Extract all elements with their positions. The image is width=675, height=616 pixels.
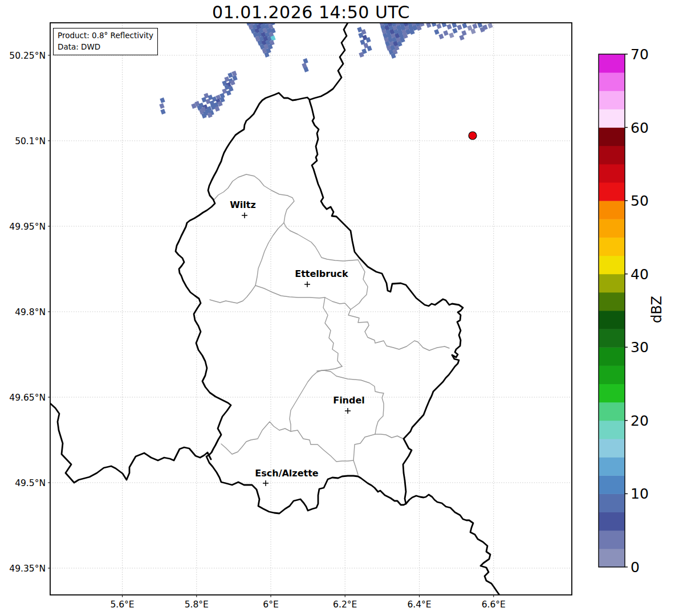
luxembourg-outline [176,93,463,513]
colorbar-tick-label: 60 [631,120,649,136]
colorbar-segment [599,329,625,348]
y-tick-label: 49.5°N [15,478,46,488]
city-marker-wiltz [242,213,247,218]
colorbar-segment [599,311,625,329]
data-source-line: Data: DWD [58,41,153,52]
radar-echo-cell [431,21,436,27]
france-belgium-border [50,403,211,483]
radar-echo-cell [446,24,452,30]
colorbar-segment [599,384,625,403]
colorbar-segment [599,164,625,183]
canton-border-line [353,460,358,475]
city-marker-ettelbruck [304,282,310,287]
colorbar-segment [599,219,625,238]
x-axis-labels: 5.6°E5.8°E6°E6.2°E6.4°E6.6°E [110,599,506,610]
colorbar-segment [599,182,625,201]
colorbar-segment [599,512,625,531]
colorbar-tick-label: 40 [631,266,649,283]
y-tick-label: 50.25°N [9,51,46,61]
city-marker-findel [345,408,351,414]
city-label: Wiltz [230,199,256,210]
belgium-germany-border [310,23,348,100]
y-tick-label: 49.35°N [9,564,46,574]
x-tick-label: 6.2°E [333,599,357,610]
colorbar-segment [599,91,625,109]
canton-border-line [255,285,449,350]
city-annotations: WiltzEttelbruckFindelEsch/Alzette [230,199,365,486]
colorbar-segment [599,256,625,275]
x-tick-label: 5.8°E [185,599,209,610]
colorbar-segment [599,531,625,549]
colorbar-segment [599,402,625,421]
radar-echo-cell [472,23,477,29]
colorbar-segment [599,439,625,458]
y-tick-label: 49.8°N [15,307,46,317]
colorbar-segment [599,146,625,165]
moselle-france-germany-border [406,495,499,595]
city-label: Ettelbruck [295,268,348,279]
canton-border-line [375,434,404,439]
city-label: Esch/Alzette [255,468,319,479]
y-tick-label: 50.1°N [15,136,46,146]
radar-site-marker [469,132,477,140]
city-marker-esch-alzette [263,480,269,486]
radar-echo-cell [457,25,462,30]
map-canvas: 5.6°E5.8°E6°E6.2°E6.4°E6.6°E50.25°N50.1°… [0,0,675,616]
radar-echo-cell [462,23,467,28]
colorbar-segment [599,72,625,91]
colorbar-segment [599,201,625,219]
radar-echoes [159,20,493,119]
radar-echo-cell [434,29,439,35]
canton-border-line [323,297,342,366]
colorbar-segment [599,493,625,512]
radar-echo-cell [160,109,165,115]
colorbar-tick-label: 50 [631,193,649,209]
colorbar-tick-label: 30 [631,339,649,356]
radar-echo-cell [461,30,466,36]
y-tick-label: 49.95°N [9,222,46,232]
radar-echo-cell [459,35,464,40]
x-tick-label: 6.6°E [482,599,506,610]
colorbar-segment [599,128,625,146]
radar-map-figure: 01.01.2026 14:50 UTC 5.6°E5.8°E6°E6.2°E6… [0,0,675,616]
colorbar-segment [599,549,625,568]
country-borders [50,23,499,595]
colorbar-tick-label: 0 [631,559,640,576]
canton-border-line [210,223,284,303]
colorbar-segment [599,292,625,311]
canton-border-line [221,422,375,462]
colorbar-tick-label: 70 [631,46,649,63]
colorbar-segment [599,475,625,494]
colorbar-segment [599,109,625,128]
radar-echo-cell [449,32,454,38]
colorbar-segment [599,237,625,256]
product-info-box: Product: 0.8° Reflectivity Data: DWD [53,28,158,55]
canton-borders [210,174,449,475]
product-line: Product: 0.8° Reflectivity [58,30,153,41]
x-tick-label: 6°E [263,599,278,610]
radar-echo-cell [452,28,457,34]
y-tick-label: 49.65°N [9,393,46,403]
x-tick-label: 5.6°E [110,599,134,610]
radar-echo-cell [487,23,493,28]
colorbar-segment [599,274,625,293]
x-tick-label: 6.4°E [407,599,431,610]
colorbar-segment [599,421,625,439]
colorbar-tick-label: 10 [631,486,649,502]
colorbar-tick-label: 20 [631,413,649,429]
canton-border-line [351,260,368,309]
colorbar-segment [599,365,625,384]
colorbar-unit-label: dBZ [649,281,667,338]
y-axis-labels: 50.25°N50.1°N49.95°N49.8°N49.65°N49.5°N4… [9,51,46,574]
canton-border-line [290,231,358,261]
city-label: Findel [333,395,365,406]
radar-echo-cell [160,97,165,103]
radar-echo-cell [438,34,444,39]
colorbar-segment [599,457,625,476]
colorbar: 010203040506070 [599,46,649,576]
radar-echo-cell [232,75,237,81]
radar-echo-cell [443,30,448,36]
colorbar-segment [599,54,625,73]
colorbar-segment [599,347,625,366]
radar-echo-cell [436,23,441,29]
